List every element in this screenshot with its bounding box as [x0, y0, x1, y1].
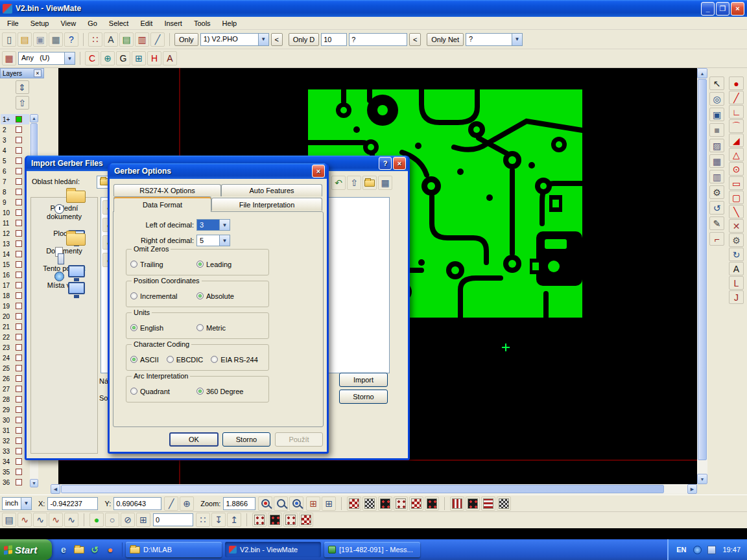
prev-dcode-button[interactable]: < — [409, 33, 421, 46]
pads-icon[interactable]: ▦ — [709, 154, 724, 168]
layer-color-swatch[interactable] — [16, 396, 22, 402]
language-indicator[interactable]: EN — [676, 546, 686, 554]
task-button-messenger[interactable]: [191-482-091] - Mess... — [324, 542, 420, 557]
layer-row-2[interactable]: 2 — [1, 124, 29, 135]
radio-trailing[interactable]: Trailing — [130, 261, 189, 268]
close-icon[interactable]: × — [393, 157, 406, 170]
grid-small-icon[interactable]: ⊞ — [136, 513, 150, 527]
measure-icon[interactable]: ╱ — [150, 32, 165, 47]
fill-polygon-icon[interactable]: ◢ — [729, 134, 744, 147]
trace-pattern-2-icon[interactable] — [466, 496, 480, 511]
tray-app-icon[interactable] — [705, 542, 718, 557]
layer-color-swatch[interactable] — [16, 168, 22, 174]
menu-tools[interactable]: Tools — [188, 18, 217, 29]
radio-leading[interactable]: Leading — [196, 261, 255, 268]
pad-pattern-1-icon[interactable] — [347, 496, 361, 511]
layer-row-36[interactable]: 36 — [1, 477, 29, 487]
y-coordinate-input[interactable] — [113, 497, 161, 510]
right-of-decimal-combobox[interactable]: 5 ▼ — [196, 235, 230, 246]
circle-icon[interactable]: ⊙ — [729, 162, 744, 176]
grid-snap-icon[interactable]: ⊞ — [132, 51, 146, 65]
radio-absolute[interactable]: Absolute — [196, 292, 255, 300]
layer-color-swatch[interactable] — [16, 355, 22, 361]
chevron-down-icon[interactable]: ▼ — [258, 34, 268, 45]
layer-color-swatch[interactable] — [16, 158, 22, 164]
probe-icon[interactable]: ○ — [105, 513, 119, 527]
net-combobox[interactable]: ? ▼ — [466, 33, 523, 46]
layer-swap-icon[interactable]: ⇕ — [16, 80, 29, 94]
layer-color-swatch[interactable] — [16, 334, 22, 340]
outline-rect-icon[interactable]: ▢ — [729, 191, 744, 204]
pad-pattern-5-icon[interactable] — [409, 496, 423, 511]
help-cursor-icon[interactable]: ? — [64, 32, 78, 47]
layer-color-swatch[interactable] — [16, 406, 22, 413]
ok-button[interactable]: OK — [169, 432, 219, 447]
j-shape-icon[interactable]: J — [729, 290, 744, 304]
layer-color-swatch[interactable] — [16, 458, 22, 465]
dcode-query-input[interactable] — [349, 33, 407, 46]
slash-icon[interactable]: ╲ — [729, 205, 744, 218]
hatch-icon[interactable]: ▨ — [709, 139, 724, 152]
c-command-icon[interactable]: C — [85, 51, 99, 65]
grid-snap2-icon[interactable]: ⊞ — [322, 496, 336, 511]
layers-panel-header[interactable]: Layers × — [0, 68, 44, 78]
erase-icon[interactable]: ✕ — [729, 219, 744, 233]
trace-pattern-4-icon[interactable] — [497, 496, 511, 511]
layer-stack-icon[interactable]: ▤ — [2, 513, 16, 527]
layer-color-swatch[interactable] — [16, 375, 22, 382]
corner-icon[interactable]: ⌐ — [709, 232, 724, 246]
clock[interactable]: 19:47 — [722, 546, 741, 554]
back-icon[interactable]: ↶ — [331, 176, 346, 190]
start-button[interactable]: Start — [0, 539, 52, 560]
layer-color-swatch[interactable] — [16, 365, 22, 371]
chevron-down-icon[interactable]: ▼ — [512, 34, 522, 45]
prev-layer-button[interactable]: < — [271, 33, 283, 46]
layer-color-swatch[interactable] — [16, 261, 22, 268]
net-pattern-3-icon[interactable] — [283, 513, 298, 527]
place-recent-documents[interactable]: Poslední dokumenty — [31, 204, 97, 220]
pad-pattern-4-icon[interactable] — [394, 496, 408, 511]
radio-metric[interactable]: Metric — [196, 324, 255, 332]
layer-color-swatch[interactable] — [16, 209, 22, 216]
flash-pad-icon[interactable]: ● — [729, 76, 744, 90]
radio-english[interactable]: English — [130, 324, 189, 332]
layer-row-4[interactable]: 4 — [1, 145, 29, 156]
layer-color-swatch[interactable] — [16, 479, 22, 485]
zoom-in-icon[interactable] — [258, 496, 272, 511]
layer-color-swatch[interactable] — [16, 272, 22, 278]
scrollbar-thumb[interactable] — [61, 485, 664, 493]
import-button[interactable]: Import — [339, 373, 388, 387]
only-net-toggle[interactable]: Only Net — [427, 33, 464, 46]
measure-line-icon[interactable]: ╱ — [164, 496, 178, 511]
up-folder-icon[interactable]: ⇧ — [347, 176, 361, 190]
probe-off-icon[interactable]: ⊘ — [121, 513, 135, 527]
layer-color-swatch[interactable] — [16, 240, 22, 247]
pointer-icon[interactable]: ↖ — [709, 76, 724, 90]
layer-top-icon[interactable]: ⇧ — [16, 96, 29, 110]
zoom-out-icon[interactable] — [274, 496, 288, 511]
task-button-viewmate[interactable]: V2.bin - ViewMate — [225, 542, 321, 557]
anchor-down-icon[interactable]: ↧ — [211, 513, 226, 527]
menu-file[interactable]: File — [1, 18, 25, 29]
drill-film-icon[interactable]: ▥ — [135, 32, 149, 47]
place-network[interactable]: Místa v síti — [31, 281, 97, 290]
layer-color-swatch[interactable] — [16, 126, 22, 133]
scroll-up-icon[interactable]: ▲ — [697, 68, 707, 78]
any-filter-combobox[interactable]: Any (U) ▼ — [18, 52, 75, 65]
tab-data-format[interactable]: Data Format — [113, 196, 211, 212]
unit-combobox[interactable]: inch ▼ — [2, 497, 32, 510]
tab-rs274x-options[interactable]: RS274-X Options — [113, 184, 221, 196]
layer-color-swatch[interactable] — [16, 116, 22, 122]
table-icon[interactable]: ▥ — [709, 170, 724, 183]
pad-pattern-2-icon[interactable] — [362, 496, 377, 511]
scroll-up-icon[interactable]: ▲ — [30, 114, 38, 122]
chevron-down-icon[interactable]: ▼ — [219, 220, 230, 230]
anchor-up-icon[interactable]: ↥ — [227, 513, 241, 527]
radio-360-degree[interactable]: 360 Degree — [196, 388, 255, 395]
wave-2-icon[interactable]: ∿ — [33, 513, 47, 527]
trace-pattern-1-icon[interactable] — [450, 496, 464, 511]
layer-row-3[interactable]: 3 — [1, 135, 29, 145]
layer-row-35[interactable]: 35 — [1, 467, 29, 477]
tab-file-interpretation[interactable]: File Interpretation — [211, 198, 322, 211]
aperture-sort-icon[interactable]: A — [104, 32, 118, 47]
